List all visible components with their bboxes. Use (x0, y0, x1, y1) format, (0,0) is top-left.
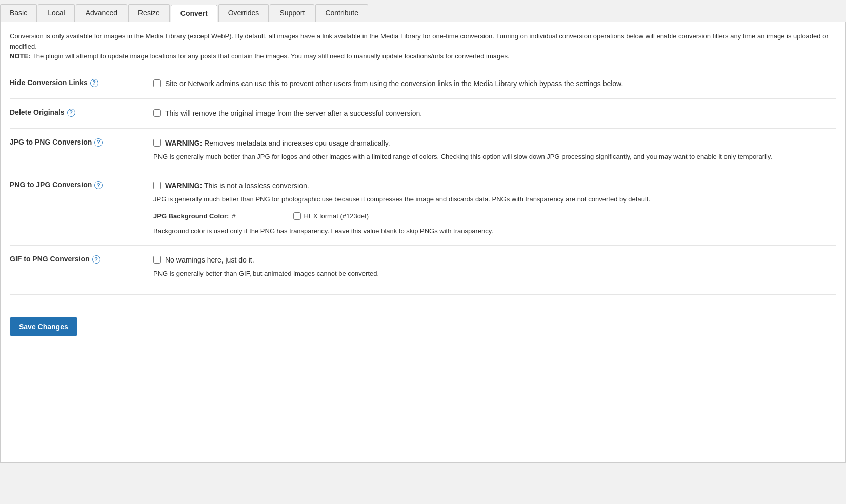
checkbox-row-png-to-jpg: WARNING: This is not a lossless conversi… (153, 180, 836, 191)
jpg-bg-checkbox[interactable] (293, 212, 301, 220)
settings-row-hide-conversion-links: Hide Conversion Links?Site or Network ad… (10, 69, 836, 98)
tab-contribute[interactable]: Contribute (315, 4, 368, 22)
checkbox-row-gif-to-png: No warnings here, just do it. (153, 255, 836, 266)
label-cell-hide-conversion-links: Hide Conversion Links? (10, 69, 153, 98)
checkbox-label-delete-originals: This will remove the original image from… (165, 108, 422, 119)
intro-line1: Conversion is only available for images … (10, 32, 829, 50)
tab-overrides[interactable]: Overrides (218, 4, 269, 22)
checkbox-row-jpg-to-png: WARNING: Removes metadata and increases … (153, 138, 836, 149)
jpg-bg-format: HEX format (#123def) (304, 211, 369, 221)
help-icon-hide-conversion-links[interactable]: ? (90, 79, 98, 87)
value-cell-png-to-jpg: WARNING: This is not a lossless conversi… (153, 171, 836, 246)
help-icon-delete-originals[interactable]: ? (67, 109, 75, 117)
settings-row-gif-to-png: GIF to PNG Conversion?No warnings here, … (10, 246, 836, 288)
tab-advanced[interactable]: Advanced (76, 4, 127, 22)
help-icon-jpg-to-png[interactable]: ? (94, 138, 103, 147)
jpg-bg-label: JPG Background Color: (153, 211, 229, 221)
checkbox-hide-conversion-links[interactable] (153, 79, 161, 87)
save-changes-button[interactable]: Save Changes (10, 317, 77, 336)
label-cell-gif-to-png: GIF to PNG Conversion? (10, 246, 153, 288)
help-icon-png-to-jpg[interactable]: ? (94, 181, 103, 189)
checkbox-jpg-to-png[interactable] (153, 139, 161, 147)
checkbox-label-gif-to-png: No warnings here, just do it. (165, 255, 254, 266)
jpg-bg-input[interactable] (239, 210, 290, 223)
intro-text: Conversion is only available for images … (10, 31, 836, 62)
tab-basic[interactable]: Basic (0, 4, 37, 22)
checkbox-row-delete-originals: This will remove the original image from… (153, 108, 836, 119)
label-cell-delete-originals: Delete Originals? (10, 98, 153, 128)
help-icon-gif-to-png[interactable]: ? (92, 255, 100, 264)
save-button-area: Save Changes (10, 294, 836, 336)
intro-note-label: NOTE: (10, 52, 30, 60)
checkbox-gif-to-png[interactable] (153, 256, 161, 264)
jpg-bg-desc: Background color is used only if the PNG… (153, 226, 836, 236)
extra-desc-jpg-to-png: PNG is generally much better than JPG fo… (153, 152, 836, 162)
settings-row-jpg-to-png: JPG to PNG Conversion?WARNING: Removes m… (10, 128, 836, 171)
checkbox-delete-originals[interactable] (153, 109, 161, 117)
tab-convert[interactable]: Convert (171, 5, 217, 22)
tabs-container: BasicLocalAdvancedResizeConvertOverrides… (0, 0, 846, 22)
checkbox-label-jpg-to-png: WARNING: Removes metadata and increases … (165, 138, 390, 149)
jpg-bg-hash: # (232, 211, 235, 221)
tab-support[interactable]: Support (270, 4, 314, 22)
value-cell-hide-conversion-links: Site or Network admins can use this to p… (153, 69, 836, 98)
settings-row-png-to-jpg: PNG to JPG Conversion?WARNING: This is n… (10, 171, 836, 246)
settings-row-delete-originals: Delete Originals?This will remove the or… (10, 98, 836, 128)
settings-table: Hide Conversion Links?Site or Network ad… (10, 69, 836, 288)
warning-bold-jpg-to-png: WARNING: (165, 139, 202, 147)
extra-desc-gif-to-png: PNG is generally better than GIF, but an… (153, 269, 836, 279)
label-cell-jpg-to-png: JPG to PNG Conversion? (10, 128, 153, 171)
tab-local[interactable]: Local (38, 4, 74, 22)
page-wrapper: BasicLocalAdvancedResizeConvertOverrides… (0, 0, 846, 504)
intro-line2: The plugin will attempt to update image … (30, 52, 509, 60)
content-area: Conversion is only available for images … (0, 22, 846, 463)
label-cell-png-to-jpg: PNG to JPG Conversion? (10, 171, 153, 246)
value-cell-delete-originals: This will remove the original image from… (153, 98, 836, 128)
checkbox-row-hide-conversion-links: Site or Network admins can use this to p… (153, 78, 836, 89)
tab-resize[interactable]: Resize (128, 4, 170, 22)
value-cell-jpg-to-png: WARNING: Removes metadata and increases … (153, 128, 836, 171)
checkbox-label-hide-conversion-links: Site or Network admins can use this to p… (165, 78, 623, 89)
jpg-bg-row: JPG Background Color:#HEX format (#123de… (153, 210, 836, 223)
extra-desc-png-to-jpg: JPG is generally much better than PNG fo… (153, 194, 836, 205)
warning-bold-png-to-jpg: WARNING: (165, 182, 202, 190)
checkbox-label-png-to-jpg: WARNING: This is not a lossless conversi… (165, 180, 309, 191)
value-cell-gif-to-png: No warnings here, just do it.PNG is gene… (153, 246, 836, 288)
checkbox-png-to-jpg[interactable] (153, 182, 161, 189)
